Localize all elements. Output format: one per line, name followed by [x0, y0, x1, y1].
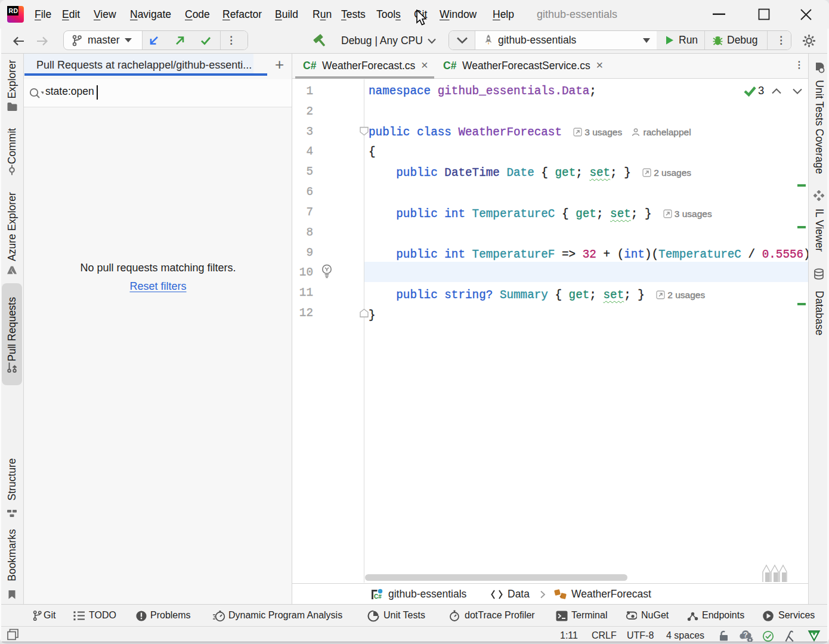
svg-text:?: ?	[743, 630, 748, 639]
